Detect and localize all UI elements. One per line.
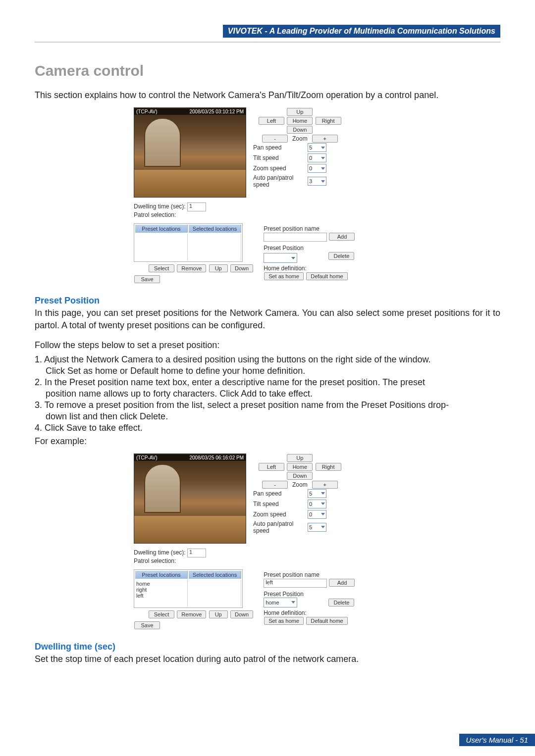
home-button[interactable]: Home (287, 117, 313, 125)
tilt-speed-select[interactable]: 0 (308, 500, 326, 508)
down-button[interactable]: Down (287, 126, 313, 134)
zoom-label: Zoom (290, 135, 310, 142)
tilt-speed-label: Tilt speed (253, 501, 308, 507)
chevron-down-icon (321, 180, 325, 183)
pan-speed-label: Pan speed (253, 490, 308, 497)
camera-preview: (TCP-AV) 2008/03/25 03:10:12 PM (134, 107, 246, 198)
control-panel-2: (TCP-AV) 2008/03/25 06:16:02 PM Up Left … (134, 454, 367, 630)
zoom-out-button[interactable]: - (262, 481, 288, 489)
preset-locations-list[interactable] (135, 234, 188, 260)
camera-preview: (TCP-AV) 2008/03/25 06:16:02 PM (134, 454, 246, 544)
page-title: Camera control (35, 62, 500, 79)
example-label: For example: (35, 435, 500, 448)
set-as-home-button[interactable]: Set as home (264, 272, 304, 280)
remove-button[interactable]: Remove (177, 264, 206, 272)
right-button[interactable]: Right (316, 463, 341, 471)
preset-position-label: Preset Position (264, 245, 355, 252)
select-button[interactable]: Select (149, 264, 174, 272)
preset-locations-header: Preset locations (135, 571, 188, 579)
set-as-home-button[interactable]: Set as home (264, 617, 304, 625)
pan-speed-label: Pan speed (253, 144, 308, 151)
preset-locations-header: Preset locations (135, 225, 188, 233)
steps-intro: Follow the steps below to set a preset p… (35, 339, 500, 352)
chevron-down-icon (291, 257, 295, 259)
dwelling-time-heading: Dwelling time (sec) (35, 642, 500, 652)
auto-speed-label: Auto pan/patrol speed (253, 174, 308, 188)
up-order-button[interactable]: Up (209, 610, 228, 618)
dwell-time-input[interactable]: 1 (187, 202, 206, 211)
down-order-button[interactable]: Down (230, 264, 253, 272)
add-button[interactable]: Add (329, 233, 355, 241)
zoom-in-button[interactable]: + (312, 135, 338, 143)
dwell-time-label: Dwelling time (sec): (134, 203, 186, 210)
up-order-button[interactable]: Up (209, 264, 228, 272)
save-button[interactable]: Save (134, 621, 160, 629)
preset-position-select[interactable]: home (264, 598, 297, 607)
preset-name-input[interactable]: left (264, 579, 327, 588)
dwell-time-input[interactable]: 1 (187, 549, 206, 557)
steps-list: 1. Adjust the Network Camera to a desire… (35, 354, 500, 433)
chevron-down-icon (321, 492, 325, 495)
add-button[interactable]: Add (329, 579, 355, 587)
preset-locations-list[interactable]: home right left (135, 580, 188, 606)
auto-speed-label: Auto pan/patrol speed (253, 520, 308, 534)
up-button[interactable]: Up (287, 108, 313, 116)
selected-locations-list[interactable] (189, 234, 241, 260)
camera-label: (TCP-AV) (136, 455, 158, 460)
save-button[interactable]: Save (134, 275, 160, 283)
zoom-in-button[interactable]: + (312, 481, 338, 489)
chevron-down-icon (321, 503, 325, 505)
up-button[interactable]: Up (287, 454, 313, 462)
auto-speed-select[interactable]: 5 (308, 523, 326, 532)
chevron-down-icon (321, 147, 325, 149)
zoom-label: Zoom (290, 481, 310, 488)
default-home-button[interactable]: Default home (306, 617, 347, 625)
zoom-speed-select[interactable]: 0 (308, 164, 326, 173)
camera-time: 2008/03/25 03:10:12 PM (189, 109, 244, 114)
chevron-down-icon (321, 526, 325, 528)
header-banner: VIVOTEK - A Leading Provider of Multimed… (223, 25, 500, 38)
home-button[interactable]: Home (287, 463, 313, 471)
selected-locations-header: Selected locations (189, 225, 241, 233)
camera-label: (TCP-AV) (136, 109, 158, 114)
zoom-out-button[interactable]: - (262, 135, 288, 143)
patrol-selection-label: Patrol selection: (134, 557, 367, 564)
delete-button[interactable]: Delete (328, 252, 354, 260)
dwelling-time-para: Set the stop time of each preset locatio… (35, 653, 500, 665)
chevron-down-icon (321, 157, 325, 159)
down-button[interactable]: Down (287, 472, 313, 480)
preset-name-input[interactable] (264, 233, 327, 242)
home-definition-label: Home definition: (264, 265, 355, 272)
tilt-speed-select[interactable]: 0 (308, 153, 326, 162)
select-button[interactable]: Select (149, 610, 174, 618)
intro-text: This section explains how to control the… (35, 89, 500, 101)
patrol-table: Preset locations Selected locations (134, 223, 243, 262)
selected-locations-list[interactable] (189, 580, 241, 606)
preset-position-label: Preset Position (264, 591, 355, 598)
zoom-speed-label: Zoom speed (253, 165, 308, 172)
camera-time: 2008/03/25 06:16:02 PM (189, 455, 244, 460)
pan-speed-select[interactable]: 5 (308, 489, 326, 498)
zoom-speed-select[interactable]: 0 (308, 510, 326, 519)
pan-speed-select[interactable]: 5 (308, 143, 326, 152)
control-panel-1: (TCP-AV) 2008/03/25 03:10:12 PM Up Left … (134, 107, 367, 284)
delete-button[interactable]: Delete (328, 599, 354, 606)
preset-position-select[interactable] (264, 253, 297, 263)
preset-position-heading: Preset Position (35, 296, 500, 306)
patrol-table: Preset locations Selected locations home… (134, 569, 243, 608)
remove-button[interactable]: Remove (177, 610, 206, 618)
left-button[interactable]: Left (259, 117, 284, 125)
patrol-selection-label: Patrol selection: (134, 211, 367, 218)
chevron-down-icon (291, 601, 295, 604)
page-footer: User's Manual - 51 (459, 734, 535, 746)
down-order-button[interactable]: Down (230, 610, 253, 618)
preset-position-para: In this page, you can set preset positio… (35, 307, 500, 332)
right-button[interactable]: Right (316, 117, 341, 125)
auto-speed-select[interactable]: 3 (308, 177, 326, 186)
default-home-button[interactable]: Default home (306, 272, 347, 280)
home-definition-label: Home definition: (264, 609, 355, 616)
chevron-down-icon (321, 513, 325, 515)
left-button[interactable]: Left (259, 463, 284, 471)
preset-name-label: Preset position name (264, 225, 355, 232)
selected-locations-header: Selected locations (189, 571, 241, 579)
